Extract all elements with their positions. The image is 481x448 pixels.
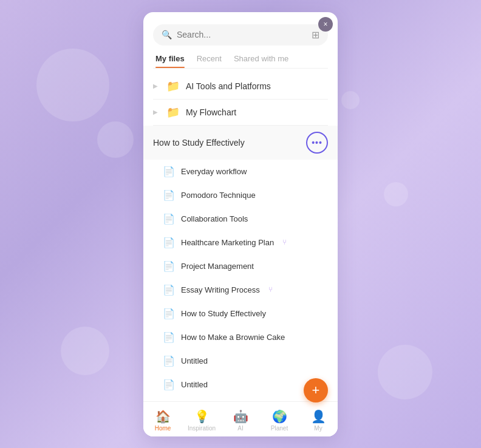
search-icon: 🔍	[162, 30, 172, 39]
tab-my-files[interactable]: My files	[155, 54, 185, 68]
folder-icon-ai: 📁	[166, 80, 180, 93]
nav-item-inspiration[interactable]: 💡 Inspiration	[182, 407, 221, 434]
share-icon-healthcare: ⑂	[282, 238, 287, 246]
file-item-healthcare[interactable]: 📄 Healthcare Marketing Plan ⑂	[143, 231, 338, 254]
file-item-project[interactable]: 📄 Project Management	[143, 254, 338, 278]
folder-name-ai: AI Tools and Platforms	[186, 81, 271, 91]
file-item-pomodoro[interactable]: 📄 Pomodoro Technique	[143, 183, 338, 207]
file-icon-untitled-1: 📄	[163, 355, 175, 367]
bottom-nav: 🏠 Home 💡 Inspiration 🤖 AI 🌍 Planet 👤 My	[143, 401, 338, 436]
file-name-untitled-1: Untitled	[181, 356, 208, 365]
close-icon: ×	[323, 20, 327, 29]
file-name-study: How to Study Effectively	[181, 309, 266, 318]
file-item-everyday[interactable]: 📄 Everyday workflow	[143, 160, 338, 183]
nav-label-inspiration: Inspiration	[188, 425, 216, 432]
search-input[interactable]	[177, 30, 307, 39]
file-icon-everyday: 📄	[163, 166, 175, 177]
expand-icon-ai: ▶	[153, 83, 160, 89]
home-icon: 🏠	[155, 409, 171, 424]
grid-icon[interactable]: ⊞	[312, 29, 319, 41]
file-name-collab: Collaboration Tools	[181, 214, 248, 223]
file-name-project: Project Management	[181, 262, 254, 271]
search-bar: 🔍 ⊞	[153, 24, 328, 46]
nav-label-home: Home	[155, 425, 171, 432]
file-item-essay[interactable]: 📄 Essay Writing Process ⑂	[143, 278, 338, 302]
ellipsis-button[interactable]: •••	[306, 132, 328, 154]
ai-icon: 🤖	[233, 409, 248, 424]
tabs-bar: My files Recent Shared with me	[153, 54, 328, 69]
file-name-brownie: How to Make a Brownie Cake	[181, 333, 285, 342]
add-icon: +	[312, 382, 320, 398]
folder-item-ai-tools[interactable]: ▶ 📁 AI Tools and Platforms	[143, 73, 338, 99]
nav-label-ai: AI	[237, 425, 243, 432]
ellipsis-icon: •••	[312, 138, 322, 148]
file-item-study[interactable]: 📄 How to Study Effectively	[143, 302, 338, 325]
add-button[interactable]: +	[304, 378, 328, 402]
file-icon-project: 📄	[163, 260, 175, 272]
file-list: ▶ 📁 AI Tools and Platforms ▶ 📁 My Flowch…	[143, 69, 338, 401]
section-header: How to Study Effectively •••	[143, 126, 338, 160]
file-item-brownie[interactable]: 📄 How to Make a Brownie Cake	[143, 325, 338, 349]
file-icon-collab: 📄	[163, 213, 175, 225]
file-name-untitled-2: Untitled	[181, 380, 208, 389]
file-name-everyday: Everyday workflow	[181, 167, 247, 176]
file-icon-untitled-2: 📄	[163, 379, 175, 390]
nav-label-planet: Planet	[271, 425, 288, 432]
modal-container: × 🔍 ⊞ My files Recent Shared with me ▶ 📁…	[143, 12, 338, 436]
expand-icon-flowchart: ▶	[153, 109, 160, 115]
modal-header: 🔍 ⊞ My files Recent Shared with me	[143, 12, 338, 69]
folder-item-flowchart[interactable]: ▶ 📁 My Flowchart	[143, 100, 338, 125]
file-icon-healthcare: 📄	[163, 237, 175, 248]
nav-item-home[interactable]: 🏠 Home	[143, 407, 182, 434]
nav-item-ai[interactable]: 🤖 AI	[221, 407, 260, 434]
file-icon-study: 📄	[163, 308, 175, 319]
file-name-essay: Essay Writing Process	[181, 285, 260, 294]
file-icon-essay: 📄	[163, 284, 175, 296]
close-button[interactable]: ×	[318, 17, 333, 32]
file-icon-pomodoro: 📄	[163, 189, 175, 201]
share-icon-essay: ⑂	[268, 285, 273, 294]
nav-item-planet[interactable]: 🌍 Planet	[260, 407, 299, 434]
file-name-pomodoro: Pomodoro Technique	[181, 191, 256, 200]
tab-recent[interactable]: Recent	[197, 54, 222, 68]
file-name-healthcare: Healthcare Marketing Plan	[181, 238, 274, 247]
nav-label-my: My	[314, 425, 322, 432]
tab-shared[interactable]: Shared with me	[234, 54, 288, 68]
file-item-collab[interactable]: 📄 Collaboration Tools	[143, 207, 338, 231]
planet-icon: 🌍	[272, 409, 287, 424]
my-icon: 👤	[311, 409, 326, 424]
folder-icon-flowchart: 📁	[166, 106, 180, 119]
nav-item-my[interactable]: 👤 My	[299, 407, 338, 434]
inspiration-icon: 💡	[194, 409, 210, 424]
section-title: How to Study Effectively	[153, 138, 301, 148]
file-icon-brownie: 📄	[163, 331, 175, 343]
file-item-untitled-1[interactable]: 📄 Untitled	[143, 349, 338, 373]
folder-name-flowchart: My Flowchart	[186, 107, 236, 117]
